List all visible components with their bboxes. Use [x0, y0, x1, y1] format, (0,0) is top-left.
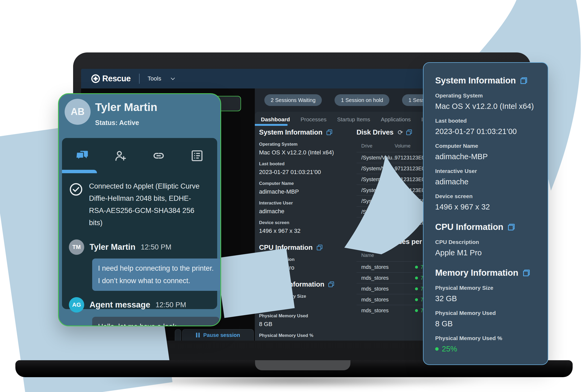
copy-icon[interactable] — [523, 270, 530, 276]
customer-message-bubble: I need help connecting to the printer. I… — [92, 259, 221, 291]
refresh-icon[interactable]: ⟳ — [398, 129, 403, 136]
tab-processes[interactable]: Processes — [301, 116, 327, 123]
process-row: mds_stores72 — [357, 261, 427, 272]
check-circle-icon — [69, 182, 83, 197]
chat-body: Connected to Applet (Elliptic Curve Diff… — [62, 138, 217, 309]
field-value: 8 GB — [259, 321, 352, 328]
status-dot — [435, 347, 439, 351]
customer-avatar: AB — [65, 99, 91, 125]
process-row: mds_stores72 — [357, 272, 427, 283]
tab-startup-items[interactable]: Startup Items — [337, 116, 370, 123]
system-information-title: System Information — [259, 128, 322, 136]
field-value: 1496 x 967 x 32 — [435, 203, 536, 211]
message-author: Agent message — [90, 300, 150, 310]
field-value: adimache-MBP — [435, 152, 536, 161]
field-value: 8 GB — [435, 319, 536, 328]
chat-active-tab-underline — [62, 170, 97, 173]
session-notes-icon[interactable] — [190, 148, 204, 163]
copy-icon[interactable] — [406, 130, 412, 135]
field-label: Device screen — [259, 220, 352, 225]
field-label: Operating System — [435, 92, 536, 99]
cpu-status-dot — [415, 309, 418, 312]
field-label: Physical Memory Used % — [435, 335, 536, 341]
field-label: Interactive User — [259, 201, 352, 206]
copy-icon[interactable] — [520, 77, 527, 84]
process-row: mds_stores72 — [357, 294, 427, 305]
chat-conversation-icon[interactable] — [75, 148, 90, 163]
hero-composition: Rescue Tools Pause session — [0, 0, 588, 392]
field-label: Device screen — [435, 193, 536, 199]
decorative-square-shape — [216, 248, 295, 318]
message-time: 12:50 PM — [141, 243, 171, 251]
memory-used-percent: 25% — [259, 340, 352, 341]
session-status: Status: Active — [95, 119, 139, 127]
column-header-volume: Volume — [395, 143, 411, 149]
field-value: Mac OS X v12.2.0 (Intel x64) — [435, 102, 536, 111]
session-toolbar-segment — [175, 329, 181, 341]
message-time: 12:50 PM — [155, 301, 186, 309]
cpu-status-dot — [415, 277, 418, 279]
rescue-logo: Rescue — [91, 74, 131, 83]
chat-toolbar — [62, 138, 217, 173]
field-value: 2023-01-27 01:03:21’00 — [435, 127, 536, 136]
system-message: Connected to Applet (Elliptic Curve Diff… — [69, 180, 210, 229]
field-label: Computer Name — [435, 143, 536, 149]
customer-message-avatar: TM — [69, 239, 84, 255]
tools-label: Tools — [148, 75, 161, 82]
pause-session-button[interactable]: Pause session — [182, 329, 254, 341]
field-label: Physical Memory Used — [259, 313, 352, 319]
message-author: Tyler Martin — [90, 242, 135, 252]
process-row: mds_stores72 — [357, 283, 427, 294]
chevron-down-icon — [171, 76, 175, 80]
copy-icon[interactable] — [327, 130, 332, 135]
field-value: 1496 x 967 x 32 — [259, 228, 352, 234]
cpu-status-dot — [415, 266, 418, 269]
chat-header: AB Tyler Martin Status: Active — [59, 94, 220, 138]
field-label: Physical Memory Used % — [259, 333, 352, 338]
rescue-cross-icon — [91, 74, 100, 83]
header-divider — [139, 74, 140, 84]
field-label: Physical Memory Size — [435, 285, 536, 291]
tab-dashboard[interactable]: Dashboard — [261, 116, 290, 123]
panel-system-title: System Information — [435, 75, 516, 86]
laptop-base-notch — [255, 360, 350, 370]
message-header: TM Tyler Martin 12:50 PM — [69, 239, 210, 255]
logo-text: Rescue — [102, 74, 131, 83]
panel-memory-title: Memory Information — [435, 268, 518, 278]
session-on-hold-pill[interactable]: 1 Session on hold — [335, 94, 389, 106]
agent-message-bubble: Hello, let me have a look. — [92, 317, 219, 326]
pause-icon — [196, 333, 200, 337]
field-value: adimache — [435, 177, 536, 186]
active-tab-underline — [255, 124, 288, 126]
decorative-wedge-shape — [342, 152, 432, 256]
add-technician-icon[interactable] — [113, 148, 128, 163]
pause-session-label: Pause session — [203, 332, 240, 338]
field-value: 32 GB — [435, 294, 536, 303]
chat-messages: Connected to Applet (Elliptic Curve Diff… — [62, 173, 217, 326]
panel-memory-used-percent: 25% — [435, 345, 536, 353]
tab-applications[interactable]: Applications — [381, 116, 411, 123]
copy-icon[interactable] — [508, 224, 515, 230]
field-label: Last booted — [259, 161, 352, 167]
link-icon[interactable] — [151, 148, 166, 163]
field-value: Apple M1 Pro — [435, 248, 536, 257]
field-value: adimache-MBP — [259, 188, 352, 195]
copy-icon[interactable] — [328, 282, 334, 287]
customer-name: Tyler Martin — [95, 101, 157, 114]
system-information-panel: System Information Operating System Mac … — [423, 62, 548, 365]
system-message-text: Connected to Applet (Elliptic Curve Diff… — [89, 180, 206, 229]
top-processes-table: Name mds_stores72 mds_stores72 mds_store… — [357, 250, 427, 316]
cpu-status-dot — [415, 298, 418, 301]
cpu-status-dot — [415, 287, 418, 290]
field-label: Physical Memory Used — [435, 310, 536, 316]
sessions-waiting-pill[interactable]: 2 Sessions Waiting — [264, 94, 322, 106]
disk-drives-title: Disk Drives — [357, 128, 393, 136]
copy-icon[interactable] — [317, 245, 322, 250]
field-label: CPU Description — [435, 239, 536, 245]
message-header: AG Agent message 12:50 PM — [69, 297, 210, 313]
process-row: mds_stores72 — [357, 305, 427, 316]
field-label: Operating System — [259, 142, 352, 147]
tools-menu[interactable]: Tools — [148, 75, 174, 82]
field-label: Interactive User — [435, 168, 536, 174]
agent-message-avatar: AG — [69, 297, 84, 313]
